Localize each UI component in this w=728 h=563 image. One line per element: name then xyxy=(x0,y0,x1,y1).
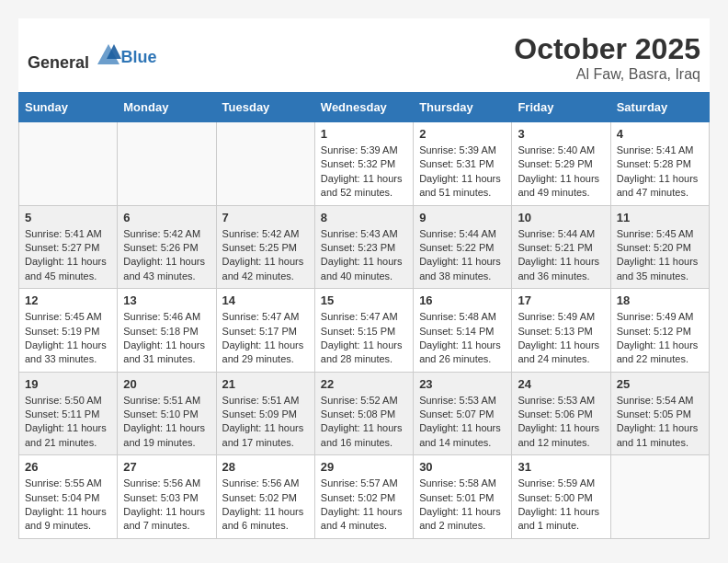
day-number: 6 xyxy=(123,211,210,224)
day-number: 4 xyxy=(617,127,703,141)
cell-text: and 19 minutes. xyxy=(123,436,210,450)
cell-text: Daylight: 11 hours xyxy=(617,339,703,352)
cell-text: Sunrise: 5:40 AM xyxy=(518,144,604,157)
calendar-cell: 3Sunrise: 5:40 AMSunset: 5:29 PMDaylight… xyxy=(512,122,610,206)
month-title: October 2025 xyxy=(514,32,700,66)
cell-text: and 11 minutes. xyxy=(617,436,703,450)
cell-text: Daylight: 11 hours xyxy=(419,339,506,352)
calendar-cell: 8Sunrise: 5:43 AMSunset: 5:23 PMDaylight… xyxy=(314,205,413,289)
cell-text: Sunset: 5:29 PM xyxy=(518,157,604,171)
cell-text: Daylight: 11 hours xyxy=(518,505,604,519)
cell-text: Sunset: 5:00 PM xyxy=(518,491,604,505)
cell-text: Sunrise: 5:49 AM xyxy=(617,310,703,324)
calendar-cell: 15Sunrise: 5:47 AMSunset: 5:15 PMDayligh… xyxy=(314,289,413,373)
cell-text: Sunset: 5:13 PM xyxy=(518,325,604,339)
day-number: 18 xyxy=(617,293,703,307)
cell-text: Daylight: 11 hours xyxy=(518,421,604,435)
cell-text: Daylight: 11 hours xyxy=(321,339,407,352)
calendar-cell: 29Sunrise: 5:57 AMSunset: 5:02 PMDayligh… xyxy=(314,455,413,539)
cell-text: Sunset: 5:11 PM xyxy=(25,408,111,421)
cell-text: Sunset: 5:23 PM xyxy=(321,241,407,255)
cell-text: and 38 minutes. xyxy=(419,270,506,283)
cell-text: Daylight: 11 hours xyxy=(617,255,703,269)
cell-text: Daylight: 11 hours xyxy=(222,505,309,519)
calendar-cell: 21Sunrise: 5:51 AMSunset: 5:09 PMDayligh… xyxy=(216,372,314,455)
cell-text: Daylight: 11 hours xyxy=(518,255,604,269)
cell-text: and 12 minutes. xyxy=(518,436,604,450)
day-number: 12 xyxy=(25,293,111,307)
cell-text: Sunrise: 5:52 AM xyxy=(321,394,407,408)
cell-text: Sunset: 5:19 PM xyxy=(25,325,111,339)
day-number: 29 xyxy=(321,460,407,474)
cell-text: Daylight: 11 hours xyxy=(617,421,703,435)
calendar-cell: 7Sunrise: 5:42 AMSunset: 5:25 PMDaylight… xyxy=(216,205,314,289)
day-number: 10 xyxy=(518,211,604,224)
cell-text: Sunrise: 5:51 AM xyxy=(222,394,309,408)
cell-text: Daylight: 11 hours xyxy=(419,255,506,269)
day-number: 14 xyxy=(222,293,309,307)
cell-text: Daylight: 11 hours xyxy=(321,505,407,519)
calendar-header-saturday: Saturday xyxy=(610,93,709,122)
cell-text: and 35 minutes. xyxy=(617,270,703,283)
cell-text: Sunset: 5:12 PM xyxy=(617,325,703,339)
day-number: 24 xyxy=(518,377,604,391)
cell-text: Daylight: 11 hours xyxy=(25,505,111,519)
cell-text: Sunset: 5:10 PM xyxy=(123,408,210,421)
day-number: 25 xyxy=(617,377,703,391)
cell-text: and 36 minutes. xyxy=(518,270,604,283)
day-number: 13 xyxy=(123,293,210,307)
cell-text: Sunrise: 5:44 AM xyxy=(419,227,506,241)
cell-text: Sunrise: 5:39 AM xyxy=(321,144,407,157)
cell-text: Sunset: 5:04 PM xyxy=(25,491,111,505)
calendar-header-monday: Monday xyxy=(118,93,216,122)
calendar-cell: 22Sunrise: 5:52 AMSunset: 5:08 PMDayligh… xyxy=(314,372,413,455)
calendar-cell: 31Sunrise: 5:59 AMSunset: 5:00 PMDayligh… xyxy=(512,455,610,539)
cell-text: and 7 minutes. xyxy=(123,519,210,533)
cell-text: Daylight: 11 hours xyxy=(321,421,407,435)
cell-text: Sunset: 5:05 PM xyxy=(617,408,703,421)
cell-text: and 45 minutes. xyxy=(25,270,111,283)
cell-text: Sunrise: 5:48 AM xyxy=(419,310,506,324)
calendar-cell: 12Sunrise: 5:45 AMSunset: 5:19 PMDayligh… xyxy=(19,289,118,373)
cell-text: Sunset: 5:14 PM xyxy=(419,325,506,339)
cell-text: Daylight: 11 hours xyxy=(123,339,210,352)
day-number: 3 xyxy=(518,127,604,141)
day-number: 15 xyxy=(321,293,407,307)
cell-text: and 14 minutes. xyxy=(419,436,506,450)
calendar-cell: 26Sunrise: 5:55 AMSunset: 5:04 PMDayligh… xyxy=(19,455,118,539)
calendar-cell: 4Sunrise: 5:41 AMSunset: 5:28 PMDaylight… xyxy=(610,122,709,206)
cell-text: Sunset: 5:27 PM xyxy=(25,241,111,255)
logo: General Blue xyxy=(28,42,157,73)
calendar-cell: 11Sunrise: 5:45 AMSunset: 5:20 PMDayligh… xyxy=(610,205,709,289)
cell-text: and 22 minutes. xyxy=(617,352,703,366)
cell-text: and 42 minutes. xyxy=(222,270,309,283)
calendar-header-row: SundayMondayTuesdayWednesdayThursdayFrid… xyxy=(19,93,710,122)
calendar-week-row: 12Sunrise: 5:45 AMSunset: 5:19 PMDayligh… xyxy=(19,289,710,373)
day-number: 26 xyxy=(25,460,111,474)
calendar-container: General Blue October 2025 Al Faw, Basra,… xyxy=(18,18,710,539)
calendar-cell: 20Sunrise: 5:51 AMSunset: 5:10 PMDayligh… xyxy=(118,372,216,455)
cell-text: and 2 minutes. xyxy=(419,519,506,533)
calendar-cell xyxy=(118,122,216,206)
calendar-week-row: 19Sunrise: 5:50 AMSunset: 5:11 PMDayligh… xyxy=(19,372,710,455)
cell-text: Sunrise: 5:39 AM xyxy=(419,144,506,157)
cell-text: Sunset: 5:07 PM xyxy=(419,408,506,421)
cell-text: Sunset: 5:18 PM xyxy=(123,325,210,339)
cell-text: Sunrise: 5:45 AM xyxy=(617,227,703,241)
logo-general: General xyxy=(28,53,89,72)
cell-text: Sunrise: 5:53 AM xyxy=(518,394,604,408)
cell-text: Daylight: 11 hours xyxy=(25,421,111,435)
day-number: 30 xyxy=(419,460,506,474)
cell-text: Daylight: 11 hours xyxy=(25,255,111,269)
day-number: 7 xyxy=(222,211,309,224)
cell-text: Daylight: 11 hours xyxy=(222,421,309,435)
calendar-table: SundayMondayTuesdayWednesdayThursdayFrid… xyxy=(18,92,710,539)
cell-text: Sunset: 5:28 PM xyxy=(617,157,703,171)
cell-text: Sunrise: 5:43 AM xyxy=(321,227,407,241)
calendar-header-friday: Friday xyxy=(512,93,610,122)
cell-text: Daylight: 11 hours xyxy=(617,172,703,186)
calendar-cell: 13Sunrise: 5:46 AMSunset: 5:18 PMDayligh… xyxy=(118,289,216,373)
day-number: 31 xyxy=(518,460,604,474)
cell-text: and 40 minutes. xyxy=(321,270,407,283)
calendar-cell: 28Sunrise: 5:56 AMSunset: 5:02 PMDayligh… xyxy=(216,455,314,539)
